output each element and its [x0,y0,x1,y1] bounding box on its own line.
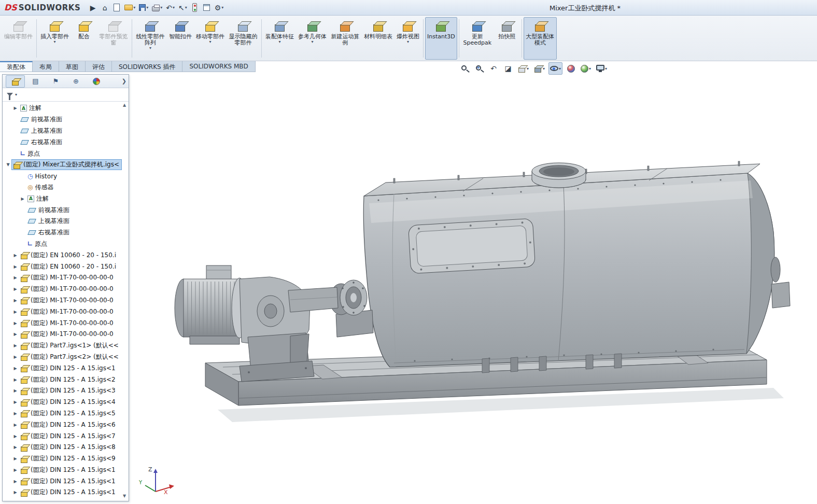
tab-evaluate[interactable]: 评估 [86,61,112,72]
tree-scroll-down-button[interactable]: ▼ [123,494,816,498]
tree-item[interactable]: 前视基准面 [3,204,129,216]
expand-arrow-icon[interactable]: ▶ [12,343,19,348]
tree-item[interactable]: ◷History [3,171,129,182]
display-style-button[interactable]: ▾ [532,62,546,75]
open-document-button[interactable]: ▾ [123,2,136,14]
print-button[interactable]: ▾ [151,2,163,14]
access-panel[interactable] [408,218,536,274]
smart-fasteners-button[interactable]: 智能扣件 [167,17,194,60]
tab-solidworks-mbd[interactable]: SOLIDWORKS MBD [182,61,255,72]
tree-item[interactable]: ▶(固定) DIN 125 - A 15.igs<8 [3,442,129,453]
expand-arrow-icon[interactable]: ▶ [19,197,26,201]
tree-item[interactable]: ▶(固定) DIN 125 - A 15.igs<1 [3,487,129,498]
filter-bar[interactable]: ▾ [3,88,129,102]
previous-view-button[interactable]: ↶ [487,62,500,75]
expand-arrow-icon[interactable]: ▶ [12,253,19,258]
tree-item[interactable]: ▶(固定) MI-1T-70-00-00-00-0 [3,329,129,340]
expand-arrow-icon[interactable]: ▶ [12,310,19,314]
view-orientation-button[interactable]: ▾ [516,62,530,75]
tree-item[interactable]: ▶(固定) MI-1T-70-00-00-00-0 [3,295,129,306]
panel-expand-chevron[interactable]: ❯ [122,78,126,85]
zoom-to-fit-button[interactable] [458,62,471,75]
expand-arrow-icon[interactable]: ▶ [12,479,19,484]
tree-item[interactable]: ▶(固定) EN 10060 - 20 - 150.i [3,249,129,261]
tree-item[interactable]: 上视基准面 [3,125,129,137]
tree-item[interactable]: ∟原点 [3,239,129,250]
hide-show-items-button[interactable]: ▾ [548,62,562,75]
tab-displaymanager[interactable] [87,75,106,88]
assembly-features-button[interactable]: 装配体特征▾ [263,17,296,60]
update-speedpak-button[interactable]: 更新Speedpak [461,17,494,60]
expand-arrow-icon[interactable]: ▶ [12,275,19,280]
tab-dimxpertmanager[interactable]: ⊕ [66,75,86,88]
exploded-view-button[interactable]: 爆炸视图▾ [395,17,421,60]
tree-item[interactable]: 右视基准面 [3,227,129,239]
toolbar-expand-button[interactable]: ▶ [88,2,98,14]
tab-propertymanager[interactable]: ▤ [26,75,45,88]
zoom-to-area-button[interactable] [473,62,485,75]
tree-item[interactable]: ▶(固定) MI-1T-70-00-00-00-0 [3,317,129,329]
expand-arrow-icon[interactable]: ▶ [12,366,19,371]
rebuild-button[interactable] [190,2,200,14]
show-hidden-components-button[interactable]: 显示隐藏的零部件 [227,17,260,60]
tree-item[interactable]: ▶(固定) DIN 125 - A 15.igs<1 [3,465,129,476]
expand-arrow-icon[interactable]: ▶ [12,287,19,291]
expand-arrow-icon[interactable]: ▶ [12,400,19,404]
tree-item[interactable]: ▶(固定) DIN 125 - A 15.igs<3 [3,385,129,397]
take-snapshot-button[interactable]: 拍快照 [494,17,520,60]
bill-of-materials-button[interactable]: 材料明细表 [362,17,395,60]
save-button[interactable]: ▾ [138,2,149,14]
tree-item[interactable]: ▶(固定) Part7.igs<1> (默认<< [3,340,129,352]
options-button[interactable]: ⚙▾ [214,2,225,14]
expand-arrow-icon[interactable]: ▶ [12,332,19,337]
expand-arrow-icon[interactable]: ▶ [12,468,19,472]
tree-item[interactable]: 右视基准面 [3,136,129,148]
tree-item[interactable]: ∟原点 [3,148,129,159]
tree-item[interactable]: ▶(固定) DIN 125 - A 15.igs<5 [3,408,129,419]
expand-arrow-icon[interactable]: ▶ [12,298,19,303]
large-assembly-mode-button[interactable]: 大型装配体模式 [524,17,557,60]
instant3d-button[interactable]: Instant3D [425,17,457,60]
tab-sketch[interactable]: 草图 [59,61,86,72]
section-view-button[interactable]: ◪ [502,62,514,75]
expand-arrow-icon[interactable]: ▶ [12,377,19,382]
mate-button[interactable]: 配合 [71,17,97,60]
tree-item[interactable]: ◎传感器 [3,182,129,193]
tree-item[interactable]: ▶(固定) DIN 125 - A 15.igs<1 [3,362,129,374]
tab-featuremanager[interactable] [6,75,25,88]
undo-button[interactable]: ↶▾ [165,2,176,14]
expand-arrow-icon[interactable]: ▶ [12,388,19,393]
right-bearing[interactable] [771,257,790,308]
expand-arrow-icon[interactable]: ▶ [12,321,19,326]
linear-component-pattern-button[interactable]: 线性零部件阵列▾ [134,17,167,60]
collapse-arrow-icon[interactable]: ▼ [5,162,11,167]
tree-item[interactable]: ▶(固定) DIN 125 - A 15.igs<7 [3,430,129,442]
tree-item[interactable]: ▶(固定) DIN 125 - A 15.igs<1 [3,475,129,487]
tree-item[interactable]: ▶(固定) DIN 125 - A 15.igs<4 [3,397,129,408]
expand-arrow-icon[interactable]: ▶ [12,411,19,416]
tree-item[interactable]: ▶A注解 [3,193,129,204]
expand-arrow-icon[interactable]: ▶ [12,434,19,439]
mixer-tank[interactable] [363,161,790,373]
tree-item[interactable]: ▶(固定) MI-1T-70-00-00-00-0 [3,284,129,295]
tree-item[interactable]: ▶(固定) DIN 125 - A 15.igs<9 [3,453,129,465]
tree-item[interactable]: ▶(固定) DIN 125 - A 15.igs<6 [3,419,129,430]
tank-top-port[interactable] [532,163,586,188]
tree-item[interactable]: ▶A注解 [3,103,129,114]
tab-solidworks-addins[interactable]: SOLIDWORKS 插件 [112,61,182,72]
select-button[interactable]: ↖▾ [177,2,188,14]
tab-configurationmanager[interactable]: ⚑ [46,75,65,88]
new-motion-study-button[interactable]: 新建运动算例 [329,17,362,60]
tree-item[interactable]: ▶(固定) MI-1T-70-00-00-00-0 [3,272,129,284]
expand-arrow-icon[interactable]: ▶ [12,456,19,461]
view-settings-button[interactable]: ▾ [595,62,609,75]
file-properties-button[interactable] [202,2,212,14]
reference-geometry-button[interactable]: 参考几何体▾ [296,17,329,60]
tree-item[interactable]: ▶(固定) DIN 125 - A 15.igs<2 [3,374,129,385]
move-component-button[interactable]: 移动零部件▾ [194,17,227,60]
apply-scene-button[interactable]: ▾ [579,62,593,75]
tree-item[interactable]: 前视基准面 [3,114,129,125]
edit-appearance-button[interactable] [565,62,577,75]
expand-arrow-icon[interactable]: ▶ [12,106,19,110]
insert-components-button[interactable]: 插入零部件▾ [38,17,71,60]
